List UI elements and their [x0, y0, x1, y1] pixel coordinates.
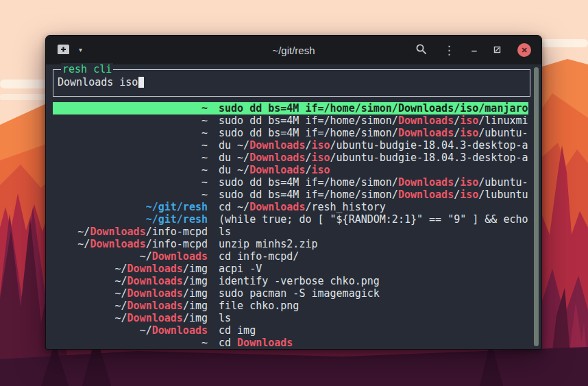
minimize-button[interactable]: – [471, 45, 477, 56]
minimize-icon: – [471, 45, 477, 56]
history-row[interactable]: ~/Downloadscd info-mcpd/ [53, 250, 528, 263]
row-command: (while true; do [ "${RANDOM:2:1}" == "9"… [219, 213, 528, 226]
row-location: ~ [53, 127, 208, 139]
row-command: cd ~/Downloads/resh_history [219, 201, 386, 213]
close-icon: ✕ [521, 47, 527, 54]
history-row[interactable]: ~du ~/Downloads/iso/ubuntu-budgie-18.04.… [53, 139, 528, 152]
history-row[interactable]: ~/git/resh(while true; do [ "${RANDOM:2:… [53, 213, 528, 226]
history-row[interactable]: ~du ~/Downloads/iso/ubuntu-budgie-18.04.… [53, 152, 528, 164]
row-command: cd Downloads [219, 337, 293, 349]
history-row[interactable]: ~/Downloads/imgidentify -verbose chko.pn… [53, 275, 528, 287]
search-button[interactable] [415, 43, 427, 57]
row-command: unzip minhs2.zip [219, 238, 318, 250]
scrollbar-thumb[interactable] [534, 67, 539, 346]
row-location: ~/Downloads/img [53, 263, 208, 275]
history-row[interactable]: ~/Downloads/imgls [53, 312, 528, 324]
row-command: acpi -V [219, 263, 262, 275]
row-command: identify -verbose chko.png [219, 275, 380, 287]
row-location: ~ [53, 189, 208, 201]
row-command: du ~/Downloads/iso/ubuntu-budgie-18.04.3… [219, 152, 528, 164]
search-panel[interactable]: resh cli Downloads iso [53, 69, 530, 97]
terminal-window: ▾ ~/git/resh ⋮ – [45, 35, 542, 350]
row-location: ~/Downloads [53, 250, 208, 263]
history-row[interactable]: ~cd Downloads [53, 337, 528, 349]
scrollbar[interactable] [533, 67, 539, 346]
row-location: ~/Downloads/info-mcpd [53, 226, 208, 238]
history-row-selected[interactable]: ~sudo dd bs=4M if=/home/simon/Downloads/… [53, 102, 528, 114]
close-button[interactable]: ✕ [517, 43, 531, 57]
chevron-down-icon: ▾ [79, 46, 82, 53]
row-command: sudo dd bs=4M if=/home/simon/Downloads/i… [219, 114, 528, 127]
history-row[interactable]: ~/Downloads/info-mcpdls [53, 226, 528, 238]
row-command: ls [219, 226, 231, 238]
row-command: cd info-mcpd/ [219, 250, 299, 263]
history-row[interactable]: ~/Downloads/info-mcpdunzip minhs2.zip [53, 238, 528, 250]
row-command: sudo dd bs=4M if=/home/simon/Downloads/i… [219, 102, 528, 114]
row-command: du ~/Downloads/iso/ubuntu-budgie-18.04.3… [219, 139, 528, 152]
history-row[interactable]: ~/Downloads/imgfile chko.png [53, 300, 528, 312]
row-location: ~/Downloads/img [53, 300, 208, 312]
row-location: ~/Downloads/img [53, 287, 208, 300]
row-location: ~ [53, 114, 208, 127]
row-location: ~/git/resh [53, 213, 208, 226]
row-location: ~ [53, 176, 208, 189]
history-row[interactable]: ~sudo dd bs=4M if=/home/simon/Downloads/… [53, 114, 528, 127]
row-location: ~ [53, 152, 208, 164]
history-row[interactable]: ~/git/reshcd ~/Downloads/resh_history [53, 201, 528, 213]
search-query-text: Downloads iso [58, 76, 138, 88]
desktop: ▾ ~/git/resh ⋮ – [0, 0, 588, 386]
row-command: file chko.png [219, 300, 299, 312]
menu-button[interactable]: ⋮ [443, 45, 455, 56]
row-command: sudo dd bs=4M if=/home/simon/Downloads/i… [219, 189, 528, 201]
restore-window-icon [493, 45, 501, 56]
history-list: ~sudo dd bs=4M if=/home/simon/Downloads/… [53, 102, 528, 349]
row-location: ~/Downloads/info-mcpd [53, 238, 208, 250]
row-location: ~ [53, 139, 208, 152]
row-location: ~/Downloads/img [53, 312, 208, 324]
row-location: ~/Downloads/img [53, 275, 208, 287]
history-row[interactable]: ~/Downloads/imgacpi -V [53, 263, 528, 275]
history-row[interactable]: ~du ~/Downloads/iso [53, 164, 528, 176]
row-command: sudo dd bs=4M if=/home/simon/Downloads/i… [219, 176, 528, 189]
search-icon [415, 43, 427, 57]
search-panel-label: resh cli [61, 63, 113, 76]
row-location: ~ [53, 164, 208, 176]
text-cursor [138, 77, 144, 88]
row-command: ls [219, 312, 231, 324]
row-location: ~/Downloads [53, 324, 208, 337]
titlebar: ▾ ~/git/resh ⋮ – [46, 36, 541, 64]
history-row[interactable]: ~sudo dd bs=4M if=/home/simon/Downloads/… [53, 189, 528, 201]
row-command: du ~/Downloads/iso [219, 164, 330, 176]
search-input[interactable]: Downloads iso [58, 76, 144, 88]
history-row[interactable]: ~/Downloadscd img [53, 324, 528, 337]
row-command: cd img [219, 324, 256, 337]
row-location: ~ [53, 337, 208, 349]
kebab-menu-icon: ⋮ [443, 45, 455, 56]
history-row[interactable]: ~sudo dd bs=4M if=/home/simon/Downloads/… [53, 127, 528, 139]
row-location: ~ [53, 102, 208, 114]
row-command: sudo pacman -S imagemagick [219, 287, 380, 300]
new-tab-icon [57, 44, 70, 57]
history-row[interactable]: ~/Downloads/imgsudo pacman -S imagemagic… [53, 287, 528, 300]
restore-button[interactable] [493, 45, 501, 56]
tab-dropdown-button[interactable]: ▾ [79, 47, 82, 53]
new-tab-button[interactable] [57, 44, 70, 57]
row-command: sudo dd bs=4M if=/home/simon/Downloads/i… [219, 127, 528, 139]
history-row[interactable]: ~sudo dd bs=4M if=/home/simon/Downloads/… [53, 176, 528, 189]
row-location: ~/git/resh [53, 201, 208, 213]
